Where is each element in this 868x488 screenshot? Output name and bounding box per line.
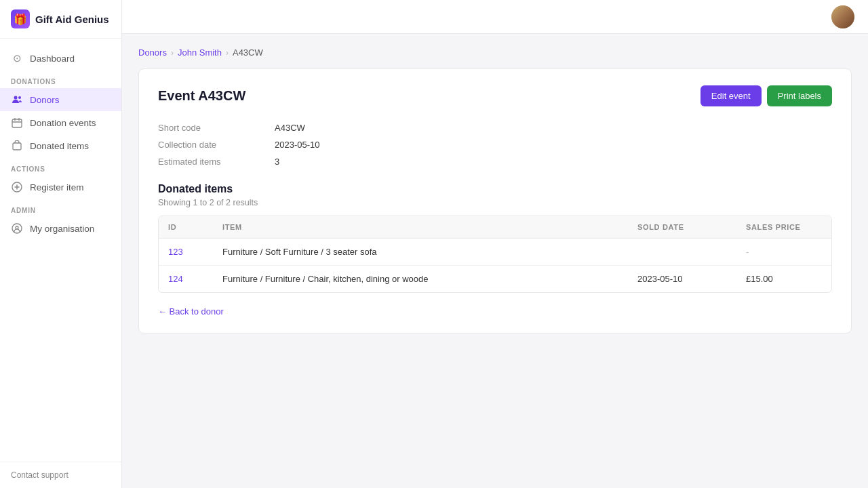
table-row[interactable]: 123 Furniture / Soft Furniture / 3 seate…	[159, 239, 831, 266]
sidebar-item-donated-items-label: Donated items	[30, 141, 89, 151]
sidebar-item-dashboard-label: Dashboard	[30, 54, 75, 64]
svg-point-1	[18, 96, 21, 99]
results-info: Showing 1 to 2 of 2 results	[158, 198, 832, 207]
cell-id: 123	[159, 239, 213, 266]
donation-events-icon	[11, 117, 23, 129]
sidebar-item-donated-items[interactable]: Donated items	[0, 134, 121, 157]
col-sold-date: SOLD DATE	[628, 216, 736, 239]
breadcrumb-current: A43CW	[233, 47, 263, 58]
svg-point-5	[12, 224, 22, 233]
donated-items-title: Donated items	[158, 183, 832, 195]
donations-section-label: DONATIONS	[0, 73, 121, 88]
breadcrumb-john-smith[interactable]: John Smith	[178, 47, 222, 58]
cell-sales-price: -	[736, 239, 831, 266]
contact-support-link[interactable]: Contact support	[0, 462, 121, 488]
short-code-row: Short code A43CW	[158, 123, 832, 133]
app-name: Gift Aid Genius	[35, 14, 109, 25]
dashboard-icon: ⊙	[11, 52, 23, 64]
card-header: Event A43CW Edit event Print labels	[158, 85, 832, 106]
cell-sold-date	[628, 239, 736, 266]
breadcrumb-donors[interactable]: Donors	[138, 47, 167, 58]
breadcrumb-sep-2: ›	[226, 48, 229, 58]
sidebar-nav: ⊙ Dashboard DONATIONS Donors Donation ev…	[0, 39, 121, 462]
short-code-value: A43CW	[275, 123, 305, 133]
print-labels-button[interactable]: Print labels	[767, 85, 832, 106]
sidebar-item-dashboard[interactable]: ⊙ Dashboard	[0, 47, 121, 70]
sidebar-item-donors-label: Donors	[30, 95, 60, 105]
cell-item: Furniture / Soft Furniture / 3 seater so…	[213, 239, 628, 266]
col-id: ID	[159, 216, 213, 239]
breadcrumb: Donors › John Smith › A43CW	[138, 47, 852, 58]
sidebar-item-register-item[interactable]: Register item	[0, 176, 121, 199]
collection-date-value: 2023-05-10	[275, 140, 320, 150]
back-to-donor-link[interactable]: ← Back to donor	[158, 306, 224, 317]
edit-event-button[interactable]: Edit event	[701, 85, 762, 106]
logo-icon: 🎁	[11, 9, 30, 28]
donated-items-icon	[11, 140, 23, 152]
event-details: Short code A43CW Collection date 2023-05…	[158, 123, 832, 167]
main-content: Donors › John Smith › A43CW Event A43CW …	[122, 0, 868, 488]
breadcrumb-sep-1: ›	[171, 48, 174, 58]
page-area: Donors › John Smith › A43CW Event A43CW …	[122, 34, 868, 347]
sidebar-item-donation-events[interactable]: Donation events	[0, 111, 121, 134]
collection-date-label: Collection date	[158, 140, 267, 150]
col-sales-price: SALES PRICE	[736, 216, 831, 239]
col-item: ITEM	[213, 216, 628, 239]
action-buttons: Edit event Print labels	[701, 85, 832, 106]
sidebar-item-donors[interactable]: Donors	[0, 88, 121, 111]
user-avatar[interactable]	[831, 5, 854, 28]
svg-point-0	[14, 96, 18, 100]
donated-items-table: ID ITEM SOLD DATE SALES PRICE 123 Furnit…	[158, 216, 832, 293]
sidebar-item-donation-events-label: Donation events	[30, 118, 96, 128]
app-logo: 🎁 Gift Aid Genius	[0, 0, 121, 39]
cell-sales-price: £15.00	[736, 266, 831, 293]
cell-sold-date: 2023-05-10	[628, 266, 736, 293]
estimated-items-value: 3	[275, 157, 279, 167]
event-title: Event A43CW	[158, 88, 245, 104]
sidebar: 🎁 Gift Aid Genius ⊙ Dashboard DONATIONS …	[0, 0, 122, 488]
estimated-items-row: Estimated items 3	[158, 157, 832, 167]
short-code-label: Short code	[158, 123, 267, 133]
sidebar-item-register-label: Register item	[30, 182, 84, 192]
register-item-icon	[11, 181, 23, 193]
organisation-icon	[11, 222, 23, 235]
topbar	[122, 0, 868, 34]
admin-section-label: ADMIN	[0, 201, 121, 217]
sidebar-item-org-label: My organisation	[30, 224, 94, 234]
collection-date-row: Collection date 2023-05-10	[158, 140, 832, 150]
cell-item: Furniture / Furniture / Chair, kitchen, …	[213, 266, 628, 293]
svg-rect-2	[12, 119, 22, 127]
event-card: Event A43CW Edit event Print labels Shor…	[138, 68, 852, 333]
donors-icon	[11, 94, 23, 106]
svg-rect-3	[13, 143, 21, 150]
sidebar-item-my-organisation[interactable]: My organisation	[0, 217, 121, 240]
actions-section-label: ACTIONS	[0, 160, 121, 176]
table-row[interactable]: 124 Furniture / Furniture / Chair, kitch…	[159, 266, 831, 293]
estimated-items-label: Estimated items	[158, 157, 267, 167]
cell-id: 124	[159, 266, 213, 293]
